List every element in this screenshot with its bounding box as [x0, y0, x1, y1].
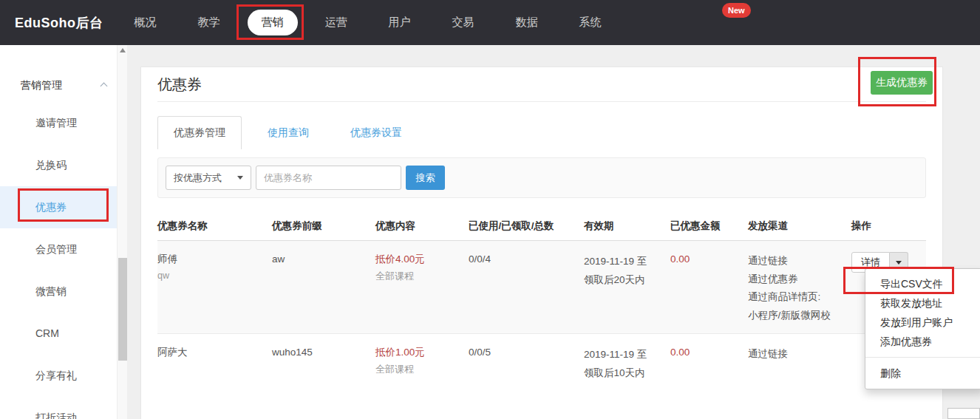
top-nav: EduSoho后台 概况 教学 营销 运营 用户 交易 数据 系统 [0, 0, 980, 45]
nav-item-trade[interactable]: 交易 [452, 16, 474, 30]
scrollbar-thumb[interactable] [118, 258, 127, 361]
text-line: 通过链接 [748, 252, 845, 270]
menu-item-export-csv[interactable]: 导出CSV文件 [865, 274, 980, 293]
tab-usage-query[interactable]: 使用查询 [252, 116, 324, 149]
sidebar-item-membership[interactable]: 会员管理 [0, 228, 117, 270]
sidebar-item-coupons[interactable]: 优惠券 [0, 186, 117, 228]
coupon-channels: 通过链接通过优惠券通过商品详情页:小程序/新版微网校 [748, 252, 845, 324]
col-header-channel: 发放渠道 [748, 214, 851, 241]
chevron-up-icon [101, 83, 108, 90]
coupon-channels: 通过链接 [748, 345, 845, 364]
menu-item-get-address[interactable]: 获取发放地址 [865, 293, 980, 313]
col-header-name: 优惠券名称 [157, 214, 272, 241]
sidebar-list: 邀请管理 兑换码 优惠券 会员管理 微营销 CRM 分享有礼 打折活动 [0, 102, 117, 419]
nav-item-data[interactable]: 数据 [516, 16, 538, 30]
coupon-usage: 0/0/5 [469, 345, 578, 360]
discount-type-select-value: 按优惠方式 [174, 171, 222, 185]
app-logo[interactable]: EduSoho后台 [15, 14, 103, 32]
nav-item-system[interactable]: 系统 [579, 16, 602, 30]
screen: EduSoho后台 概况 教学 营销 运营 用户 交易 数据 系统 云市场 Ne… [0, 0, 980, 419]
sidebar-item-crm[interactable]: CRM [0, 313, 117, 355]
coupon-validity: 2019-11-19 至领取后10天内 [584, 345, 664, 382]
coupon-amount: 0.00 [670, 345, 742, 360]
sidebar-item-share-gift[interactable]: 分享有礼 [0, 355, 117, 397]
col-header-prefix: 优惠券前缀 [272, 214, 375, 241]
discount-type-select[interactable]: 按优惠方式 [166, 166, 251, 190]
nav-item-teaching[interactable]: 教学 [198, 16, 220, 30]
col-header-validity: 有效期 [584, 214, 670, 241]
coupon-code: qw [157, 268, 266, 283]
scrollbar-up-arrow-icon[interactable] [120, 48, 126, 52]
panel-header: 优惠券 [157, 67, 926, 102]
text-line: 领取后20天内 [584, 270, 664, 289]
coupon-prefix: aw [272, 252, 370, 267]
text-line: 通过链接 [748, 345, 845, 364]
sidebar-scrollbar[interactable] [117, 45, 127, 419]
sidebar-item-redeem-code[interactable]: 兑换码 [0, 144, 117, 186]
coupon-discount: 抵价1.00元 [375, 345, 463, 360]
sidebar-item-wechat-marketing[interactable]: 微营销 [0, 270, 117, 313]
sidebar-group-label: 营销管理 [21, 79, 62, 91]
top-nav-items: 概况 教学 营销 运营 用户 交易 数据 系统 [114, 10, 622, 35]
menu-item-add-coupon[interactable]: 添加优惠券 [865, 332, 980, 351]
text-line: 2019-11-19 至 [584, 252, 664, 270]
detail-dropdown-menu: 导出CSV文件 获取发放地址 发放到用户账户 添加优惠券 删除 [865, 268, 980, 389]
sidebar-item-discount[interactable]: 打折活动 [0, 397, 117, 419]
caret-down-icon [896, 261, 902, 265]
coupon-usage: 0/0/4 [469, 252, 578, 267]
coupon-amount: 0.00 [670, 252, 742, 267]
search-button[interactable]: 搜索 [406, 166, 445, 190]
page-title: 优惠券 [157, 75, 202, 95]
sidebar-item-invites[interactable]: 邀请管理 [0, 102, 117, 144]
col-header-actions: 操作 [851, 214, 926, 241]
coupon-scope: 全部课程 [375, 268, 463, 285]
nav-item-users[interactable]: 用户 [389, 16, 411, 30]
text-line: 领取后10天内 [584, 364, 664, 382]
text-line: 通过优惠券 [748, 270, 845, 289]
text-line: 小程序/新版微网校 [748, 307, 845, 325]
corner-widget [947, 408, 980, 419]
nav-item-overview[interactable]: 概况 [135, 16, 157, 30]
coupon-discount: 抵价4.00元 [375, 252, 463, 267]
table-row: 阿萨大 wuho145 抵价1.00元 全部课程 0/0/5 2019-11-1… [157, 334, 926, 415]
coupon-name-input[interactable] [256, 166, 401, 190]
col-header-usage: 已使用/已领取/总数 [469, 214, 584, 241]
tab-coupon-settings[interactable]: 优惠券设置 [335, 116, 418, 149]
caret-down-icon [237, 176, 243, 180]
tab-coupon-management[interactable]: 优惠券管理 [157, 116, 242, 149]
text-line: 通过商品详情页: [748, 288, 845, 307]
tabs: 优惠券管理 使用查询 优惠券设置 [157, 116, 926, 149]
nav-item-marketing[interactable]: 营销 [248, 10, 298, 35]
col-header-content: 优惠内容 [375, 214, 469, 241]
coupon-table: 优惠券名称 优惠券前缀 优惠内容 已使用/已领取/总数 有效期 已优惠金额 发放… [157, 214, 926, 415]
coupon-panel: 优惠券 优惠券管理 使用查询 优惠券设置 按优惠方式 搜索 优惠券名称 优惠券前… [140, 67, 943, 419]
sidebar: 营销管理 邀请管理 兑换码 优惠券 会员管理 微营销 CRM 分享有礼 打折活动 [0, 45, 117, 419]
text-line: 2019-11-19 至 [584, 345, 664, 364]
filter-bar: 按优惠方式 搜索 [157, 157, 926, 198]
create-coupon-button[interactable]: 生成优惠券 [871, 71, 933, 95]
new-badge: New [722, 3, 751, 18]
table-row: 师傅 qw aw 抵价4.00元 全部课程 0/0/4 2019-11-19 至… [157, 241, 926, 334]
menu-item-send-to-users[interactable]: 发放到用户账户 [865, 313, 980, 332]
col-header-amount: 已优惠金额 [670, 214, 748, 241]
coupon-validity: 2019-11-19 至领取后20天内 [584, 252, 664, 289]
menu-item-delete[interactable]: 删除 [865, 364, 980, 383]
coupon-name: 师傅 [157, 252, 266, 267]
coupon-name: 阿萨大 [157, 345, 266, 360]
coupon-scope: 全部课程 [375, 361, 463, 378]
coupon-prefix: wuho145 [272, 345, 370, 360]
nav-item-operation[interactable]: 运营 [325, 16, 347, 30]
table-header-row: 优惠券名称 优惠券前缀 优惠内容 已使用/已领取/总数 有效期 已优惠金额 发放… [157, 214, 926, 241]
sidebar-group-marketing[interactable]: 营销管理 [0, 75, 117, 95]
menu-divider [865, 357, 980, 358]
